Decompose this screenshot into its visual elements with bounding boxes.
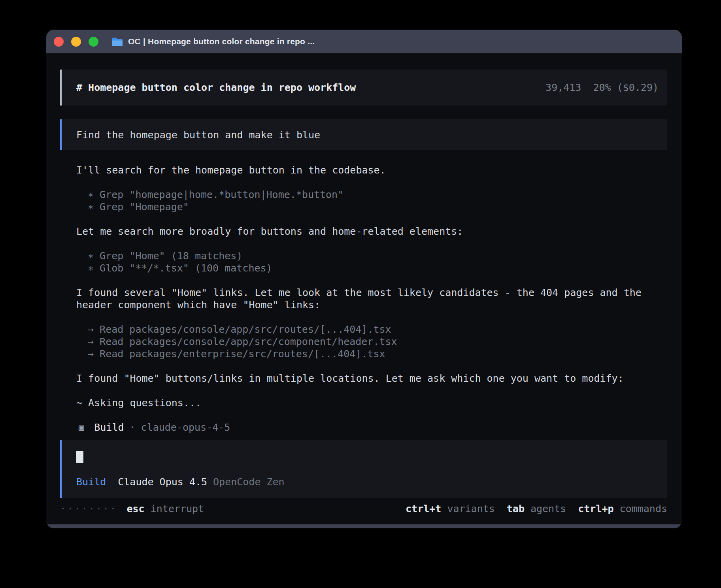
progress-dots: ········ [60,503,117,515]
window-titlebar[interactable]: OC | Homepage button color change in rep… [46,30,682,53]
session-token-count: 39,413 [545,81,581,94]
folder-icon [112,37,123,46]
shortcut-variants: ctrl+t variants [406,503,495,515]
assistant-message: I'll search for the homepage button in t… [76,164,667,176]
conversation-transcript: I'll search for the homepage button in t… [76,164,667,433]
tool-call-group: → Read packages/console/app/src/routes/[… [76,323,667,360]
asking-questions-status: ~ Asking questions... [76,397,667,409]
tool-call-read: → Read packages/console/app/src/routes/[… [76,323,667,335]
shortcut-key: tab [507,503,525,515]
user-message: Find the homepage button and make it blu… [60,119,667,150]
shortcut-key: ctrl+p [578,503,613,515]
shortcut-label: variants [447,503,495,515]
window-title: OC | Homepage button color change in rep… [128,37,315,46]
status-bar: ········ esc interrupt ctrl+t variants t… [60,503,667,515]
assistant-message: I found "Home" buttons/links in multiple… [76,372,667,384]
shortcut-label: commands [620,503,667,515]
agent-icon: ▣ [79,421,84,433]
agent-model-name: claude-opus-4-5 [141,421,230,433]
minimize-button[interactable] [71,37,81,47]
shortcut-interrupt: esc interrupt [126,503,204,515]
agent-status-row: ▣ Build · claude-opus-4-5 [76,421,667,433]
assistant-message: Let me search more broadly for buttons a… [76,225,667,237]
tool-call-read: → Read packages/console/app/src/componen… [76,335,667,348]
agent-separator: · [130,421,136,433]
model-provider: OpenCode Zen [213,476,285,488]
session-context-usage: 20% ($0.29) [593,81,659,94]
shortcut-commands: ctrl+p commands [578,503,667,515]
session-meta: 39,413 20% ($0.29) [545,81,659,94]
tool-call-grep: ∗ Grep "homepage|home.*button|Home.*butt… [76,188,667,201]
shortcut-key: ctrl+t [406,503,441,515]
tool-call-grep: ∗ Grep "Home" (18 matches) [76,250,667,262]
shortcut-label: agents [530,503,566,515]
session-title: # Homepage button color change in repo w… [76,81,545,94]
terminal-content: # Homepage button color change in repo w… [46,53,682,524]
shortcut-agents: tab agents [507,503,566,515]
assistant-message: I found several "Home" links. Let me loo… [76,286,667,311]
tool-call-glob: ∗ Glob "**/*.tsx" (100 matches) [76,262,667,274]
tool-call-grep: ∗ Grep "Homepage" [76,201,667,213]
status-bar-shortcuts: ctrl+t variants tab agents ctrl+p comman… [406,503,667,515]
terminal-window: OC | Homepage button color change in rep… [46,30,682,528]
text-cursor [76,451,83,463]
tool-call-read: → Read packages/enterprise/src/routes/[.… [76,348,667,360]
message-input[interactable]: Build Claude Opus 4.5 OpenCode Zen [60,440,667,498]
zoom-button[interactable] [89,37,98,47]
model-name: Claude Opus 4.5 [118,476,207,488]
session-header: # Homepage button color change in repo w… [60,70,667,106]
tool-call-group: ∗ Grep "Home" (18 matches) ∗ Glob "**/*.… [76,250,667,274]
tool-call-group: ∗ Grep "homepage|home.*button|Home.*butt… [76,188,667,213]
agent-name: Build [94,421,124,433]
window-controls [54,37,98,47]
shortcut-label: interrupt [151,503,204,515]
input-status-row: Build Claude Opus 4.5 OpenCode Zen [76,476,659,488]
agent-mode-badge[interactable]: Build [76,476,106,488]
user-message-text: Find the homepage button and make it blu… [76,129,320,141]
shortcut-key: esc [126,503,144,515]
close-button[interactable] [54,37,64,47]
